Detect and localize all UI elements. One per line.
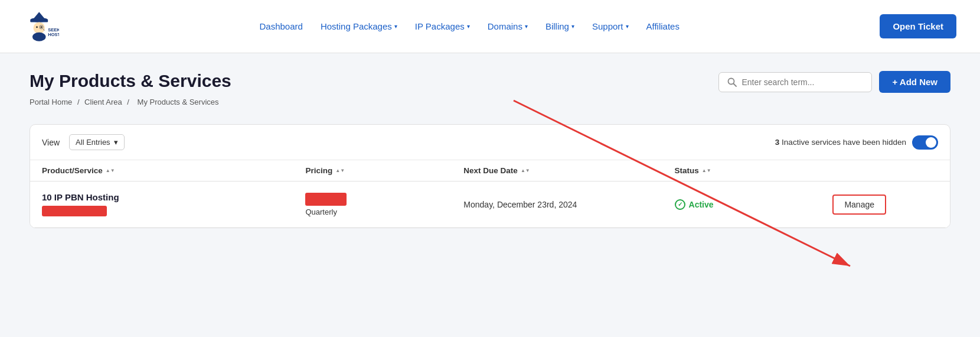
sort-status: ▲▼ [702,168,711,173]
logo-icon: SEEKA HOST [24,9,59,44]
nav-domains[interactable]: Domains ▾ [488,21,528,31]
breadcrumb-sep-2: / [127,98,131,106]
ip-packages-arrow: ▾ [467,23,470,30]
view-label: View [42,138,60,147]
nav-ip-packages[interactable]: IP Packages ▾ [415,21,470,31]
col-pricing[interactable]: Pricing ▲▼ [305,166,463,175]
nav-billing[interactable]: Billing ▾ [545,21,574,31]
breadcrumb: Portal Home / Client Area / My Products … [30,98,950,106]
status-check-icon: ✓ [675,199,685,210]
view-select[interactable]: All Entries ▾ [69,134,125,150]
search-box[interactable] [718,72,872,92]
search-input[interactable] [741,77,863,87]
nav-hosting-packages[interactable]: Hosting Packages ▾ [321,21,397,31]
view-selector-group: View All Entries ▾ [42,134,125,150]
sort-pricing: ▲▼ [335,168,345,173]
nav-dashboard[interactable]: Dashboard [259,21,302,31]
billing-arrow: ▾ [571,23,574,30]
site-header: SEEKA HOST Dashboard Hosting Packages ▾ … [0,0,980,53]
view-row: View All Entries ▾ 3 Inactive services h… [30,125,950,160]
table-row: 10 IP PBN Hosting Quarterly Monday, Dece… [30,182,950,228]
svg-marker-1 [32,12,46,20]
support-arrow: ▾ [626,23,629,30]
view-dropdown-arrow: ▾ [114,138,118,147]
col-next-due-date[interactable]: Next Due Date ▲▼ [463,166,674,175]
toggle-hidden-services[interactable] [912,135,938,150]
view-select-value: All Entries [76,138,110,147]
action-cell: Manage [832,195,938,215]
col-action [832,166,938,175]
breadcrumb-sep-1: / [77,98,81,106]
status-label: Active [689,200,714,209]
page-wrapper: My Products & Services + Add New Portal … [30,71,950,228]
breadcrumb-current: My Products & Services [138,98,219,106]
svg-rect-2 [30,20,48,22]
sort-product: ▲▼ [106,168,115,173]
service-name: 10 IP PBN Hosting [42,192,305,202]
nav-affiliates[interactable]: Affiliates [646,21,680,31]
hidden-services-text: 3 Inactive services have been hidden [775,138,906,147]
svg-point-4 [36,26,38,28]
nav-support[interactable]: Support ▾ [592,21,629,31]
due-date: Monday, December 23rd, 2024 [463,200,674,209]
status-cell: ✓ Active [675,199,833,210]
service-progress-bar [42,206,107,216]
hosting-packages-arrow: ▾ [394,23,397,30]
add-new-button[interactable]: + Add New [879,71,950,93]
breadcrumb-portal-home[interactable]: Portal Home [30,98,72,106]
service-cell: 10 IP PBN Hosting [42,192,305,216]
col-status[interactable]: Status ▲▼ [675,166,833,175]
svg-point-8 [32,32,46,41]
hidden-services-info: 3 Inactive services have been hidden [775,135,938,150]
col-product-service[interactable]: Product/Service ▲▼ [42,166,305,175]
header-actions: + Add New [718,71,950,93]
search-icon [727,77,737,87]
svg-line-12 [734,83,737,86]
manage-button[interactable]: Manage [832,195,886,215]
products-table: View All Entries ▾ 3 Inactive services h… [30,124,950,228]
domains-arrow: ▾ [525,23,528,30]
sort-date: ▲▼ [521,168,530,173]
svg-text:HOST: HOST [48,31,59,37]
table-header: Product/Service ▲▼ Pricing ▲▼ Next Due D… [30,160,950,182]
svg-point-5 [41,26,43,28]
pricing-cell: Quarterly [305,193,463,216]
logo[interactable]: SEEKA HOST [24,9,59,44]
page-title: My Products & Services [30,71,231,91]
price-badge [305,193,347,206]
main-nav: Dashboard Hosting Packages ▾ IP Packages… [59,21,880,31]
price-period: Quarterly [305,208,463,216]
breadcrumb-client-area[interactable]: Client Area [84,98,122,106]
open-ticket-button[interactable]: Open Ticket [880,14,956,38]
main-content: My Products & Services + Add New Portal … [0,53,980,337]
page-header-row: My Products & Services + Add New [30,71,950,93]
